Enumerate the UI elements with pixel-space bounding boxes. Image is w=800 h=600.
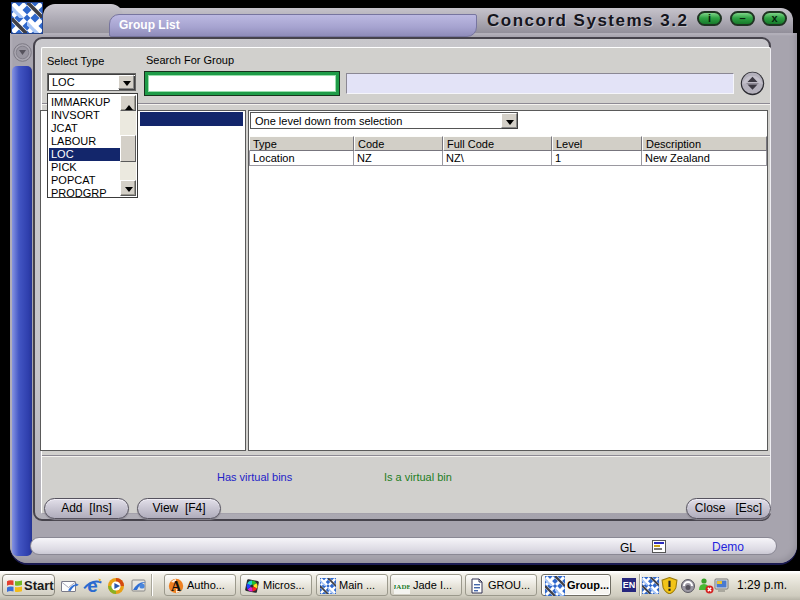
- svg-text:A: A: [171, 579, 182, 594]
- svg-text:JADE: JADE: [394, 583, 410, 591]
- svg-text:e: e: [87, 575, 97, 596]
